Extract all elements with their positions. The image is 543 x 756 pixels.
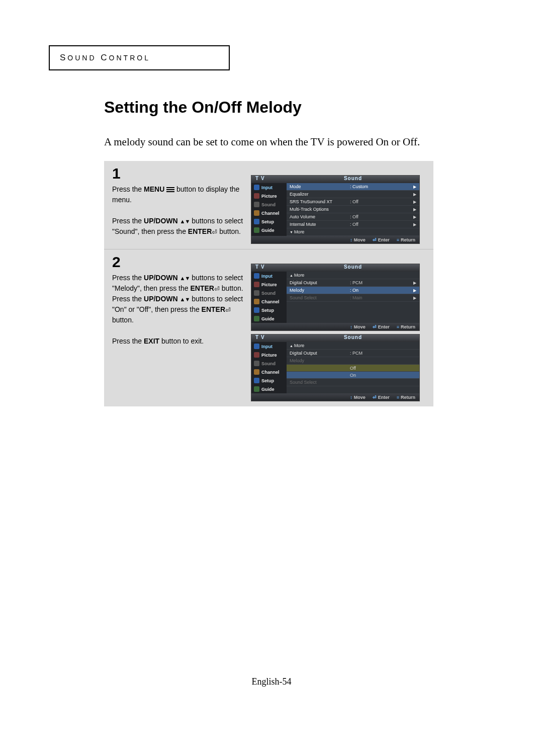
updown-icon: ▲▼ [180, 297, 190, 302]
chevron-right-icon: ▶ [411, 281, 416, 285]
osd-menu-row: Melody: On▶ [287, 287, 419, 294]
osd-sidebar-icon [254, 344, 259, 349]
osd-sidebar-icon [254, 299, 259, 304]
osd-menu-row: Melody [287, 357, 419, 365]
osd-main: MoreDigital Output: PCM▶Melody: On▶Sound… [287, 272, 419, 323]
osd-row-value: On [350, 373, 416, 378]
page-footer: English-54 [0, 677, 543, 687]
osd-sidebar-icon [254, 361, 259, 366]
osd-row-value: : On [350, 288, 411, 293]
osd-sidebar-icon [254, 273, 259, 279]
osd-sidebar-icon [254, 282, 259, 287]
footer-return: Return [397, 324, 415, 329]
osd-sidebar-item: Guide [251, 226, 287, 234]
osd-sidebar-icon [254, 369, 259, 375]
osd-sidebar-label: Sound [261, 291, 276, 296]
osd-sidebar-item: Setup [251, 217, 287, 226]
bold-text: UP/DOWN [144, 274, 178, 282]
osd-footer: Move Enter Return [251, 393, 419, 401]
osd-sidebar-item: Sound [251, 359, 287, 368]
step-1-text: 1 Press the MENU button to display the m… [112, 166, 244, 237]
osd-menu-row: Equalizer▶ [287, 191, 419, 198]
osd-footer: Move Enter Return [251, 323, 419, 330]
text: Press the [112, 185, 144, 193]
bold-text: ENTER [202, 305, 225, 313]
bold-text: MENU [144, 185, 164, 193]
osd-sidebar-label: Picture [261, 194, 277, 199]
osd-main: Mode: Custom▶Equalizer▶SRS TruSurround X… [287, 183, 419, 236]
footer-move: Move [350, 395, 366, 400]
osd-row-label: Auto Volume [290, 214, 350, 219]
osd-tv-label: T V [251, 264, 287, 272]
osd-sidebar-item: Picture [251, 351, 287, 359]
osd-header: T V Sound [251, 264, 419, 272]
osd-sidebar-label: Picture [261, 282, 277, 287]
text: button. [112, 316, 134, 324]
osd-tv-label: T V [251, 176, 287, 183]
osd-row-label: Melody [290, 358, 350, 363]
osd-row-label: Sound Select [290, 380, 350, 385]
osd-row-label: SRS TruSurround XT [290, 199, 350, 204]
osd-row-label: Sound Select [290, 295, 350, 300]
step-2-osd: T V Sound InputPictureSoundChannelSetupG… [251, 255, 428, 401]
osd-sidebar-icon [254, 227, 259, 233]
osd-row-label: Melody [290, 288, 350, 293]
osd-sidebar: InputPictureSoundChannelSetupGuide [251, 183, 287, 236]
osd-sidebar-label: Setup [261, 219, 274, 224]
osd-sidebar-label: Sound [261, 361, 276, 366]
osd-sidebar-label: Input [261, 344, 273, 349]
osd-sidebar-label: Guide [261, 387, 275, 392]
step-2-body: Press the UP/DOWN ▲▼ buttons to select "… [112, 273, 244, 347]
osd-sidebar-label: Channel [261, 211, 280, 216]
footer-return: Return [397, 395, 415, 400]
osd-sidebar-item: Channel [251, 297, 287, 306]
osd-header: T V Sound [251, 176, 419, 183]
osd-sidebar: InputPictureSoundChannelSetupGuide [251, 272, 287, 323]
osd-sidebar-label: Sound [261, 202, 276, 207]
osd-row-value: : PCM [350, 351, 416, 356]
osd-row-value: : Off [350, 199, 411, 204]
steps-container: 1 Press the MENU button to display the m… [104, 161, 433, 406]
osd-row-value: : PCM [350, 280, 411, 285]
section-header-box: SOUND CONTROL [49, 45, 230, 70]
footer-enter: Enter [373, 324, 390, 329]
osd-header: T V Sound [251, 334, 419, 342]
osd-sidebar-item: Guide [251, 314, 287, 323]
osd-row-label: Equalizer [290, 192, 350, 197]
menu-icon [166, 187, 174, 192]
osd-body: InputPictureSoundChannelSetupGuide MoreD… [251, 272, 419, 323]
chevron-right-icon: ▶ [411, 192, 416, 197]
osd-sidebar-label: Setup [261, 378, 274, 383]
text: Press the [112, 217, 144, 225]
enter-icon: ⏎ [225, 305, 231, 315]
step-1-number: 1 [112, 166, 244, 181]
page-content: Setting the On/Off Melody A melody sound… [104, 98, 491, 406]
osd-menu-row: More [287, 272, 419, 279]
osd-sidebar-item: Sound [251, 289, 287, 297]
osd-sidebar-item: Guide [251, 385, 287, 393]
osd-sidebar-label: Channel [261, 299, 280, 304]
bold-text: UP/DOWN [144, 217, 178, 225]
osd-main: MoreDigital Output: PCMMelodyOffOnSound … [287, 342, 419, 393]
updown-icon: ▲▼ [180, 276, 190, 281]
osd-sidebar-label: Picture [261, 353, 277, 358]
chevron-right-icon: ▶ [411, 215, 416, 219]
osd-sidebar-item: Picture [251, 192, 287, 200]
osd-row-value: : Off [350, 222, 411, 227]
osd-sidebar-item: Sound [251, 200, 287, 209]
osd-sidebar-item: Input [251, 183, 287, 192]
osd-menu-row: On [287, 372, 419, 379]
osd-menu-row: SRS TruSurround XT: Off▶ [287, 198, 419, 206]
step-1-osd: T V Sound InputPictureSoundChannelSetupG… [251, 166, 428, 244]
step-2-number: 2 [112, 255, 244, 270]
bold-text: EXIT [144, 337, 159, 345]
osd-menu-row: Digital Output: PCM▶ [287, 279, 419, 287]
osd-sidebar-icon [254, 219, 259, 224]
osd-row-value: Off [350, 366, 416, 371]
osd-screen-1: T V Sound InputPictureSoundChannelSetupG… [251, 175, 420, 244]
osd-menu-row: More [287, 342, 419, 350]
updown-icon: ▲▼ [180, 219, 190, 224]
footer-enter: Enter [373, 237, 390, 242]
osd-sidebar-label: Channel [261, 370, 280, 375]
text: Press the [112, 274, 144, 282]
